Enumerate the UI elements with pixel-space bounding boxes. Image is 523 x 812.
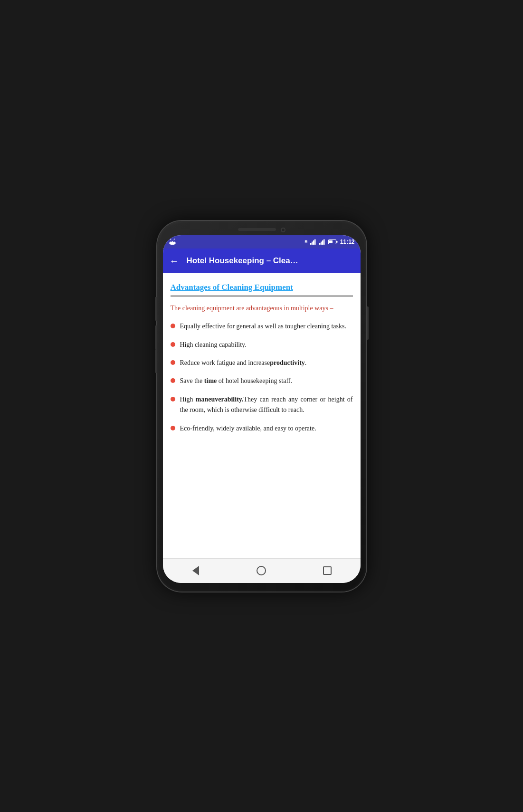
list-item: Eco-friendly, widely available, and easy… <box>171 423 353 434</box>
list-item: Save the time of hotel housekeeping staf… <box>171 376 353 386</box>
nav-recents-button[interactable] <box>319 562 336 579</box>
battery-icon <box>328 239 338 245</box>
list-item: Reduce work fatigue and increaseproducti… <box>171 358 353 368</box>
android-icon <box>169 238 176 246</box>
bullet-text: High cleaning capability. <box>180 340 353 350</box>
svg-rect-10 <box>314 239 316 245</box>
r-indicator: R <box>304 239 308 244</box>
svg-rect-5 <box>169 242 170 244</box>
list-item: High cleaning capability. <box>171 340 353 350</box>
intro-paragraph: The cleaning equipment are advantageous … <box>171 303 353 314</box>
bullet-text: Reduce work fatigue and increaseproducti… <box>180 358 353 368</box>
signal-icon-1 <box>310 239 317 245</box>
status-right: R <box>304 239 354 245</box>
svg-rect-6 <box>175 242 176 244</box>
svg-point-1 <box>171 241 171 242</box>
svg-rect-17 <box>329 240 333 243</box>
svg-rect-8 <box>312 241 313 245</box>
bullet-dot <box>171 426 175 430</box>
svg-rect-13 <box>322 240 323 245</box>
app-title: Hotel Housekeeping – Clea… <box>187 256 298 266</box>
list-item: Equally effective for general as well as… <box>171 321 353 332</box>
svg-rect-7 <box>310 243 312 245</box>
bullet-text: Save the time of hotel housekeeping staf… <box>180 376 353 386</box>
bullet-text: Equally effective for general as well as… <box>180 321 353 332</box>
bullet-text: Eco-friendly, widely available, and easy… <box>180 423 353 434</box>
svg-line-4 <box>174 239 175 240</box>
content-area[interactable]: Advantages of Cleaning Equipment The cle… <box>163 273 361 558</box>
bullet-dot <box>171 324 175 328</box>
status-bar: R <box>163 235 361 248</box>
phone-device: R <box>157 221 366 592</box>
svg-rect-11 <box>319 243 321 245</box>
bottom-nav <box>163 558 361 583</box>
svg-rect-16 <box>336 241 338 243</box>
nav-back-button[interactable] <box>187 562 204 579</box>
nav-home-button[interactable] <box>253 562 270 579</box>
status-left <box>169 238 176 246</box>
svg-rect-0 <box>170 241 175 245</box>
phone-top-sensors <box>238 228 285 232</box>
bullet-dot <box>171 378 175 383</box>
svg-point-2 <box>173 241 174 242</box>
back-button[interactable]: ← <box>170 256 179 266</box>
back-triangle-icon <box>192 566 199 575</box>
heading-divider <box>171 296 353 296</box>
home-circle-icon <box>257 566 266 575</box>
signal-icon-2 <box>319 239 326 245</box>
svg-rect-12 <box>321 241 322 245</box>
recents-square-icon <box>323 566 332 575</box>
svg-rect-14 <box>323 239 325 245</box>
section-heading: Advantages of Cleaning Equipment <box>171 282 353 293</box>
app-bar: ← Hotel Housekeeping – Clea… <box>163 248 361 273</box>
svg-rect-9 <box>313 240 314 245</box>
phone-screen: R <box>163 235 361 583</box>
bullet-list: Equally effective for general as well as… <box>171 321 353 434</box>
bullet-dot <box>171 360 175 365</box>
time-display: 11:12 <box>340 239 355 245</box>
speaker-grille <box>238 228 276 231</box>
svg-line-3 <box>170 239 171 240</box>
bullet-dot <box>171 397 175 401</box>
list-item: High maneuverability.They can reach any … <box>171 394 353 416</box>
front-camera <box>281 228 285 232</box>
bullet-dot <box>171 342 175 347</box>
bullet-text: High maneuverability.They can reach any … <box>180 394 353 416</box>
